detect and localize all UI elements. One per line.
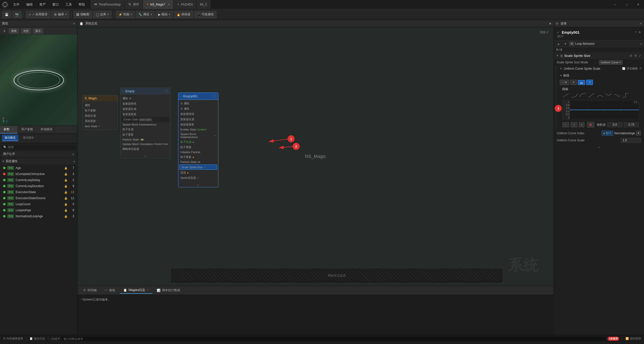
tab-ml-c[interactable]: MI_C [196,0,211,9]
tab-user-params[interactable]: 用户参数 [18,126,37,134]
template-ease-out[interactable] [579,93,586,98]
cmd-input[interactable] [62,337,606,341]
kf-value-right-input[interactable] [624,122,639,127]
perf-button[interactable]: ⚡ 性能 ▾ [116,11,135,18]
empty-expand-button[interactable]: ⌄ [144,153,147,157]
sysoverview-content[interactable]: NS_Magic 缩放-2 S_Magic 属性 粒子参数 系统生成 系统更新 … [77,27,553,286]
status-cmd[interactable]: Cmd ▾ [51,337,60,340]
empty-info-button[interactable]: ⓘ [165,89,168,93]
template-inv-bell[interactable] [605,93,612,98]
preview-close-button[interactable]: ✕ [73,22,75,25]
module-trash-button[interactable]: ⚙ [634,54,638,58]
system-props-add-button[interactable]: + [73,159,75,163]
e001-expand-button[interactable]: ⌄ [197,182,200,186]
uniform-particle-button[interactable]: ● 粒子 [601,131,613,136]
active-overview-tab[interactable]: 激活概览 [2,135,18,141]
maximize-button[interactable]: □ [621,0,632,9]
lighting-button[interactable]: 光照 [21,28,31,34]
module-copy-button[interactable]: ⧉ [629,54,633,58]
template-bell[interactable] [596,93,603,98]
tab-plugins[interactable]: 🔌 插件 [125,0,143,9]
active-module-tab[interactable]: 激活模块 [20,135,37,141]
save-button[interactable]: 💾 [2,11,11,18]
curve-header[interactable]: ▼ 曲线 [560,72,641,79]
node-empty001[interactable]: ↕ Empty001 ⓘ ⚙ 属性 ⚙ 属性 发射器情境 [178,93,218,187]
bounds-button[interactable]: ◯ 边界 ▾ [93,11,111,18]
kf-value-left-input[interactable] [607,122,622,127]
status-source-control[interactable]: 🔀 源码管理 [625,337,641,340]
tab-local-module[interactable]: 本地模块 [37,126,56,134]
curve-tangent-button[interactable]: ↗ [586,80,593,85]
sub-header[interactable]: ▼ Uniform Curve Sprite Scale 📈 浮点曲线 ↺ [557,66,644,71]
status-unsaved[interactable]: 1未保存 [608,337,619,341]
uniform-index-dropdown[interactable]: ▾ [636,131,641,136]
log-tab-close[interactable]: ✕ [147,289,149,291]
node-empty[interactable]: ↕ Empty ⓘ 属性 ⚙ 发射器情境 发射器生成 发射器更新 Emitter… [120,88,171,158]
template-linear[interactable] [562,93,569,98]
curve-export-button[interactable]: ↗ [570,80,577,85]
show-button[interactable]: 显示 [33,28,43,34]
options-close-button[interactable]: ✕ [639,22,642,25]
curve-editor[interactable]: 1 0.8 0.6 0.4 0.2 0 0.5 [562,100,639,120]
curve-flat-button[interactable]: ▬ [578,80,585,85]
menu-icon-button[interactable]: ≡ [2,29,7,33]
e001-item-scale-sprite[interactable]: Scale Sprite Size ✓ [179,164,217,170]
nav-close-button[interactable]: ✕ [569,41,574,46]
close-button[interactable]: ✕ [632,0,644,9]
baker-button[interactable]: 🔥 烘焙器 [174,11,193,18]
nav-extra-button[interactable]: ≡ [640,42,642,45]
module-enable-check[interactable]: ✓ [639,54,641,58]
tab-thirdpersonmap[interactable]: 🗺 ThirdPersonMap [91,0,125,9]
tab-curve[interactable]: 〰 曲线 [101,287,119,293]
nav-up-button[interactable]: ▲ [556,42,561,46]
params-search-input[interactable] [8,145,74,149]
simulate-button[interactable]: ▶ 模拟 ▾ [155,11,173,18]
template-ease-in-out[interactable] [588,93,595,98]
compile-button[interactable]: ⚙ 编译 ▾ [51,11,69,18]
menu-file[interactable]: 文件 [10,1,23,8]
tab-close-ns-magic[interactable]: ✕ [168,3,170,6]
preview-viewport[interactable]: X Y Z [0,35,77,125]
module-header[interactable]: ▼ ⊞ Scale Sprite Size ⧉ ⚙ ✓ [554,52,644,59]
kf-prev-button[interactable]: ← [562,122,569,127]
menu-help[interactable]: 帮助 [75,1,88,8]
empty001-info-button[interactable]: ⓘ [213,94,216,98]
template-ease-in[interactable] [571,93,578,98]
tab-niagara-log[interactable]: 📋 Niagara日志 ✕ [120,287,152,294]
status-content-menu[interactable]: ☰ 内容侧滑菜单 [3,337,23,340]
user-public-add-button[interactable]: + [72,152,74,156]
kf-next-button[interactable]: → [571,122,577,127]
kf-delete-button[interactable]: 🗑 [587,122,594,127]
tab-fazhen[interactable]: ✦ FAZHEN [174,0,196,9]
user-public-section[interactable]: 用户公开 + [1,151,76,157]
kf-add-button[interactable]: + [579,122,584,127]
debug-button[interactable]: 🔧 调试 ▾ [136,11,154,18]
perspective-button[interactable]: 透视 [9,28,19,34]
nav-down-button[interactable]: ▼ [562,42,568,46]
tab-ns-magic[interactable]: ✦ NS_Magic* ✕ [143,0,174,9]
template-step[interactable] [622,93,629,98]
tab-script-stats[interactable]: 📊 脚本统计数据 [153,287,184,293]
apply-save-button[interactable]: ✓ ✓ 应用置存 [26,11,50,18]
thumbnail-button[interactable]: 🖼 缩略图 [73,11,92,18]
tab-timeline[interactable]: ⏱ 时间轴 [79,287,100,293]
minimize-button[interactable]: ─ [609,0,621,9]
node-s-magic[interactable]: S_Magic 属性 粒子参数 系统生成 系统更新 Item State ✓ [83,95,118,130]
uniform-scale-input[interactable] [621,138,641,143]
curve-mode-dropdown[interactable]: 〰 ▾ [560,80,569,85]
screenshot-button[interactable]: 📷 [12,11,22,18]
system-props-header[interactable]: ▼ 系统属性 + [1,158,76,164]
mode-dropdown[interactable]: Uniform Curve ▾ [599,60,623,65]
status-output-log[interactable]: 📋 输出日志 [29,337,45,340]
tab-params[interactable]: 参数 ✕ [0,126,18,134]
tab-params-close[interactable]: ✕ [12,128,14,131]
menu-window[interactable]: 窗口 [49,1,62,8]
menu-edit[interactable]: 编辑 [23,1,36,8]
scalability-button[interactable]: 📱 可延展性 [194,11,217,18]
sub-reset-button[interactable]: ↺ [639,67,641,70]
sysoverview-close-button[interactable]: ✕ [549,22,551,25]
options-expand-row[interactable]: ⌄ [554,144,644,149]
menu-tools[interactable]: 工具 [62,1,75,8]
menu-assets[interactable]: 资产 [36,1,49,8]
template-wave[interactable] [614,93,621,98]
